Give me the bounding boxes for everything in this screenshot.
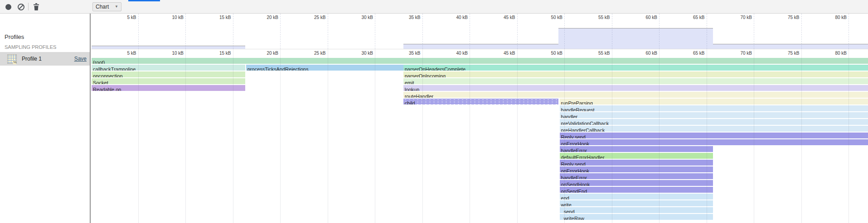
axis-tick-label: 75 kB <box>774 15 800 20</box>
flame-bar-label: parserOnIncoming <box>403 73 446 77</box>
overview-gridline <box>185 14 186 49</box>
flame-bar-onconnection[interactable]: onconnection <box>92 71 245 77</box>
axis-tick-label: 20 kB <box>253 15 278 20</box>
flame-bar-label: handleError <box>560 175 587 179</box>
flame-bar-defaulterrorhandler[interactable]: defaultErrorHandler <box>560 153 713 159</box>
flame-bar-label: preValidationCallback <box>560 121 609 125</box>
flame-bar-reply-send[interactable]: Reply.send <box>560 133 868 138</box>
flame-bar-send[interactable]: _send <box>560 207 713 213</box>
flame-bar-onsendend[interactable]: onSendEnd <box>560 187 713 193</box>
flame-bar-socket[interactable]: Socket <box>92 78 245 84</box>
flame-bar-lookup[interactable]: lookup <box>403 85 868 91</box>
flame-bar-emit[interactable]: emit <box>403 78 868 84</box>
axis-tick-label: 50 kB <box>537 51 563 56</box>
overview-gridline <box>328 14 329 49</box>
flame-bar-label: preHandlerCallback <box>560 128 605 132</box>
chevron-down-icon: ▼ <box>115 5 118 9</box>
flame-gridline <box>612 49 612 223</box>
delete-button[interactable] <box>32 2 41 11</box>
flame-bar-handlerequest[interactable]: handleRequest <box>560 105 868 111</box>
flame-bar-callbacktrampoline[interactable]: callbackTrampoline <box>92 65 245 71</box>
flame-bar-write[interactable]: write_ <box>560 200 713 206</box>
toolbar: Chart ▼ <box>0 0 868 14</box>
block-icon <box>17 3 25 11</box>
flame-bar-end[interactable]: end <box>560 194 713 199</box>
sidebar-item-profile-1[interactable]: % Profile 1 Save <box>0 52 90 66</box>
axis-tick-label: 25 kB <box>301 51 326 56</box>
flame-bar-processticksandrejections[interactable]: processTicksAndRejections <box>246 65 403 71</box>
axis-tick-label: 30 kB <box>348 15 373 20</box>
overview-pane[interactable]: 5 kB10 kB15 kB20 kB25 kB30 kB35 kB40 kB4… <box>91 14 868 49</box>
flame-bar-label: (root) <box>92 60 105 64</box>
flame-bar-routehandler[interactable]: routeHandler <box>403 92 868 98</box>
flame-bar-label: Reply.send <box>560 161 586 166</box>
toolbar-separator <box>28 3 29 10</box>
flame-bar-label: lookup <box>403 87 419 91</box>
flame-bar-writeraw[interactable]: _writeRaw <box>560 214 713 220</box>
overview-step <box>558 28 713 49</box>
axis-tick-label: 25 kB <box>301 15 326 20</box>
flame-bar-label: handleError <box>560 148 587 152</box>
trash-icon <box>33 3 39 10</box>
flame-bar-onsendhook[interactable]: onSendHook <box>560 180 713 186</box>
axis-tick-label: 45 kB <box>490 15 515 20</box>
flame-bar-label: child <box>403 100 415 104</box>
flame-bar-prehandlercallback[interactable]: preHandlerCallback <box>560 126 868 132</box>
flame-bar-root[interactable]: (root) <box>92 58 868 64</box>
axis-tick-label: 20 kB <box>253 51 278 56</box>
flame-bar-runpreparsing[interactable]: runPreParsing <box>560 99 868 104</box>
view-mode-select[interactable]: Chart ▼ <box>92 2 121 11</box>
sidebar-heading: Profiles <box>5 33 24 40</box>
flame-chart[interactable]: (root)callbackTrampolineprocessTicksAndR… <box>91 57 868 223</box>
sidebar: Profiles SAMPLING PROFILES % Profile 1 S… <box>0 14 91 223</box>
axis-tick-label: 40 kB <box>442 15 468 20</box>
overview-gridline <box>233 14 234 49</box>
flame-gridline <box>801 49 802 223</box>
flame-gridline <box>375 49 375 223</box>
flame-bar-handler[interactable]: handler <box>560 112 868 118</box>
flame-bar-label: emit <box>403 80 414 84</box>
flame-bar-handleerror[interactable]: handleError <box>560 146 713 152</box>
record-button[interactable] <box>4 2 13 11</box>
axis-tick-label: 35 kB <box>395 15 421 20</box>
flame-bar-onerrorhook[interactable]: onErrorHook <box>560 166 713 172</box>
flame-bar-child[interactable]: child <box>403 99 559 104</box>
view-mode-label: Chart <box>96 4 109 10</box>
clear-button[interactable] <box>16 2 25 11</box>
overview-step <box>403 44 559 49</box>
axis-tick-label: 15 kB <box>206 51 231 56</box>
flame-bar-reply-send[interactable]: Reply.send <box>560 160 713 166</box>
profile-name: Profile 1 <box>22 56 42 62</box>
flame-bar-label: handleRequest <box>560 107 595 111</box>
axis-tick-label: 10 kB <box>158 51 184 56</box>
flame-bar-parseronincoming[interactable]: parserOnIncoming <box>403 71 868 77</box>
overview-gridline <box>280 14 281 49</box>
axis-tick-label: 30 kB <box>348 51 373 56</box>
axis-tick-label: 65 kB <box>679 51 705 56</box>
flame-bar-label: onconnection <box>92 73 122 77</box>
overview-gridline <box>564 14 565 49</box>
overview-gridline <box>422 14 423 49</box>
flame-bar-parseronheaderscomplete[interactable]: parserOnHeadersComplete <box>403 65 868 71</box>
axis-tick-label: 60 kB <box>632 15 657 20</box>
flame-bar-handleerror[interactable]: handleError <box>560 173 713 179</box>
flame-bar-onerrorhook[interactable]: onErrorHook <box>560 139 868 145</box>
axis-tick-label: 55 kB <box>585 51 610 56</box>
flame-bar-label: Socket <box>92 80 108 84</box>
save-link[interactable]: Save <box>74 56 87 62</box>
flame-bar-label: write_ <box>560 202 574 206</box>
flame-bar-label: parserOnHeadersComplete <box>403 66 466 71</box>
flame-bar-prevalidationcallback[interactable]: preValidationCallback <box>560 119 868 125</box>
flame-bar-label: _writeRaw <box>560 216 584 220</box>
overview-gridline <box>470 14 470 49</box>
flame-bar-readable-on[interactable]: Readable.on <box>92 85 245 91</box>
axis-tick-label: 70 kB <box>727 15 752 20</box>
overview-gridline <box>375 14 376 49</box>
overview-gridline <box>138 14 139 49</box>
axis-tick-label: 75 kB <box>774 51 800 56</box>
flame-gridline <box>422 49 423 223</box>
flame-bar-label: handler <box>560 114 578 118</box>
flame-bar-label: onSendEnd <box>560 189 587 193</box>
axis-tick-label: 70 kB <box>727 51 752 56</box>
heap-profile-icon: % <box>7 54 17 64</box>
